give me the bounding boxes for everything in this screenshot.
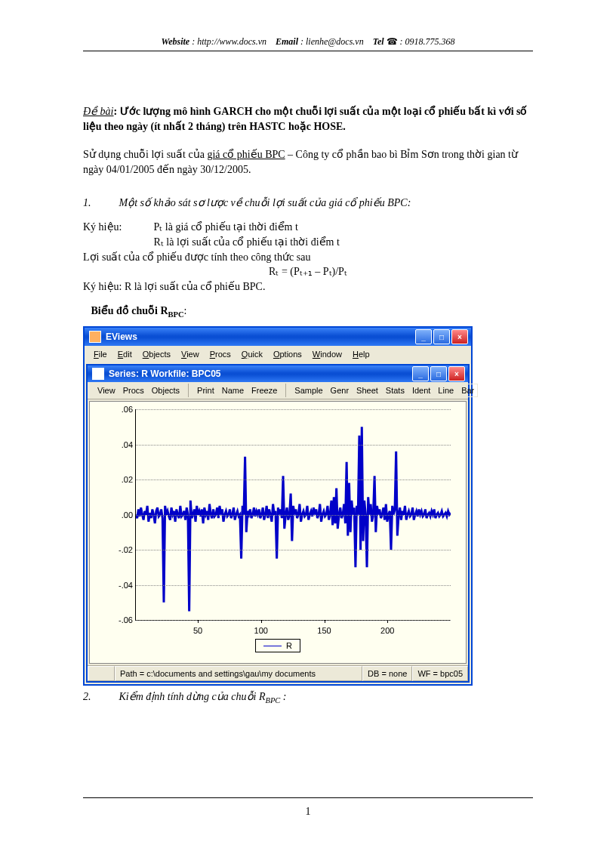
toolbtn-name[interactable]: Name <box>218 384 248 397</box>
xtick-label: 50 <box>193 626 202 635</box>
ytick-label: .04 <box>106 440 133 449</box>
r-definition: Rₜ là lợi suất của cổ phiếu tại thời điể… <box>154 236 340 248</box>
xtick-label: 100 <box>254 626 268 635</box>
section-1-num: 1. <box>83 197 116 209</box>
toolbtn-freeze[interactable]: Freeze <box>248 384 281 397</box>
ytick-label: .00 <box>106 510 133 520</box>
eviews-app-icon <box>89 331 101 343</box>
toolbtn-ident[interactable]: Ident <box>408 384 434 397</box>
section-2-heading-pre: Kiểm định tính dừng của chuỗi R <box>119 691 266 702</box>
inner-minimize-button[interactable]: _ <box>412 366 429 381</box>
xtick <box>261 620 262 623</box>
ytick-label: .02 <box>106 475 133 484</box>
toolbtn-sample[interactable]: Sample <box>291 384 326 397</box>
gridline-y <box>136 409 451 410</box>
maximize-button[interactable]: □ <box>433 329 450 344</box>
status-db: DB = none <box>362 666 412 681</box>
eviews-menubar: FileEditObjectsViewProcsQuickOptionsWind… <box>85 346 471 362</box>
ky-hieu-p: Ký hiệu: Pₜ là giá cổ phiếu tại thời điể… <box>83 220 533 235</box>
eviews-inner-titlebar[interactable]: Series: R Workfile: BPC05 _ □ × <box>88 365 468 382</box>
menu-view[interactable]: View <box>177 348 204 360</box>
xtick-label: 150 <box>317 626 331 635</box>
menu-file[interactable]: File <box>89 348 112 360</box>
email-value: : lienhe@docs.vn <box>300 36 364 47</box>
gridline-y <box>136 515 451 516</box>
ytick-label: .06 <box>106 405 133 414</box>
eviews-outer-window: EViews _ □ × FileEditObjectsViewProcsQui… <box>83 326 473 686</box>
menu-window[interactable]: Window <box>308 348 346 360</box>
p-definition: Pₜ là giá cổ phiếu tại thời điểm t <box>154 221 298 233</box>
ky-hieu-label: Ký hiệu: <box>83 220 151 235</box>
section-1-heading: Một số khảo sát sơ lược về chuỗi lợi suấ… <box>119 197 411 208</box>
eviews-statusbar: Path = c:\documents and settings\gau\my … <box>88 665 468 681</box>
chart-title-pre: Biểu đồ chuỗi R <box>91 305 168 316</box>
status-path: Path = c:\documents and settings\gau\my … <box>115 666 362 681</box>
intro-paragraph: Sử dụng chuỗi lợi suất của giá cổ phiếu … <box>83 147 533 177</box>
status-wf: WF = bpc05 <box>412 666 468 681</box>
ytick-label: -.06 <box>106 615 133 624</box>
menu-edit[interactable]: Edit <box>113 348 137 360</box>
tel-value: : 0918.775.368 <box>400 36 455 47</box>
page-header: Website : http://www.docs.vn Email : lie… <box>83 36 533 51</box>
gridline-y <box>136 480 451 480</box>
inner-maximize-button[interactable]: □ <box>430 366 447 381</box>
eviews-inner-window: Series: R Workfile: BPC05 _ □ × ViewProc… <box>86 364 470 683</box>
menu-help[interactable]: Help <box>348 348 374 360</box>
return-formula: Rₜ = (Pₜ₊₁ – Pₜ)/Pₜ <box>83 264 533 279</box>
page: Website : http://www.docs.vn Email : lie… <box>0 0 616 848</box>
de-bai-label: Đề bài <box>83 106 114 117</box>
section-2-title: 2. Kiểm định tính dừng của chuỗi RBPC : <box>83 690 533 705</box>
chart-title: Biểu đồ chuỗi RBPC: <box>83 304 533 319</box>
eviews-app-title: EViews <box>106 331 137 342</box>
gridline-y <box>136 550 451 550</box>
toolbtn-objects[interactable]: Objects <box>148 384 183 397</box>
series-line-r <box>136 427 451 611</box>
status-spacer <box>88 666 115 681</box>
menu-procs[interactable]: Procs <box>205 348 236 360</box>
series-icon <box>92 368 104 380</box>
eviews-chart-area: -.06-.04-.02.00.02.04.0650100150200 R <box>89 401 467 664</box>
toolbtn-view[interactable]: View <box>94 384 119 397</box>
toolbtn-stats[interactable]: Stats <box>382 384 408 397</box>
menu-quick[interactable]: Quick <box>237 348 267 360</box>
loi-suat-line: Lợi suất của cổ phiếu được tính theo côn… <box>83 250 533 265</box>
toolbtn-genr[interactable]: Genr <box>327 384 353 397</box>
minimize-button[interactable]: _ <box>415 329 432 344</box>
gridline-y <box>136 585 451 586</box>
chart-title-post: : <box>184 305 187 316</box>
section-2-heading-post: : <box>280 691 286 702</box>
phone-icon: ☎ <box>387 36 398 47</box>
xtick <box>387 620 388 623</box>
legend-series-name: R <box>286 641 292 650</box>
xtick-label: 200 <box>380 626 394 635</box>
eviews-titlebar[interactable]: EViews _ □ × <box>85 328 471 346</box>
gridline-y <box>136 445 451 446</box>
ytick-label: -.02 <box>106 545 133 554</box>
page-number: 1 <box>306 806 311 817</box>
menu-objects[interactable]: Objects <box>138 348 175 360</box>
inner-close-button[interactable]: × <box>448 366 465 381</box>
email-label: Email <box>276 36 298 47</box>
website-value: : http://www.docs.vn <box>192 36 266 47</box>
ky-hieu-2: Ký hiệu: R là lợi suất của cổ phiếu BPC. <box>83 279 533 294</box>
section-2-num: 2. <box>83 691 116 703</box>
eviews-plot: -.06-.04-.02.00.02.04.0650100150200 <box>135 409 451 621</box>
section-2-heading-sub: BPC <box>266 696 281 705</box>
toolbtn-line[interactable]: Line <box>434 384 457 397</box>
section-1-title: 1. Một số khảo sát sơ lược về chuỗi lợi … <box>83 196 533 209</box>
close-button[interactable]: × <box>451 329 468 344</box>
ky-hieu-r: Rₜ là lợi suất của cổ phiếu tại thời điể… <box>83 235 533 250</box>
de-bai-block: Đề bài: Ước lượng mô hình GARCH cho một … <box>83 104 533 134</box>
intro-pre: Sử dụng chuỗi lợi suất của <box>83 149 207 160</box>
toolbtn-print[interactable]: Print <box>193 384 218 397</box>
toolbtn-procs[interactable]: Procs <box>119 384 148 397</box>
toolbtn-bar[interactable]: Bar <box>457 384 478 397</box>
chart-title-sub: BPC <box>168 310 184 319</box>
xtick <box>198 620 199 623</box>
de-bai-body: : Ước lượng mô hình GARCH cho một chuỗi … <box>83 106 528 132</box>
eviews-toolbar: ViewProcsObjectsPrintNameFreezeSampleGen… <box>88 382 468 399</box>
intro-link: giá cổ phiếu BPC <box>207 149 285 160</box>
toolbtn-sheet[interactable]: Sheet <box>353 384 382 397</box>
menu-options[interactable]: Options <box>269 348 306 360</box>
tel-label: Tel <box>373 36 384 47</box>
